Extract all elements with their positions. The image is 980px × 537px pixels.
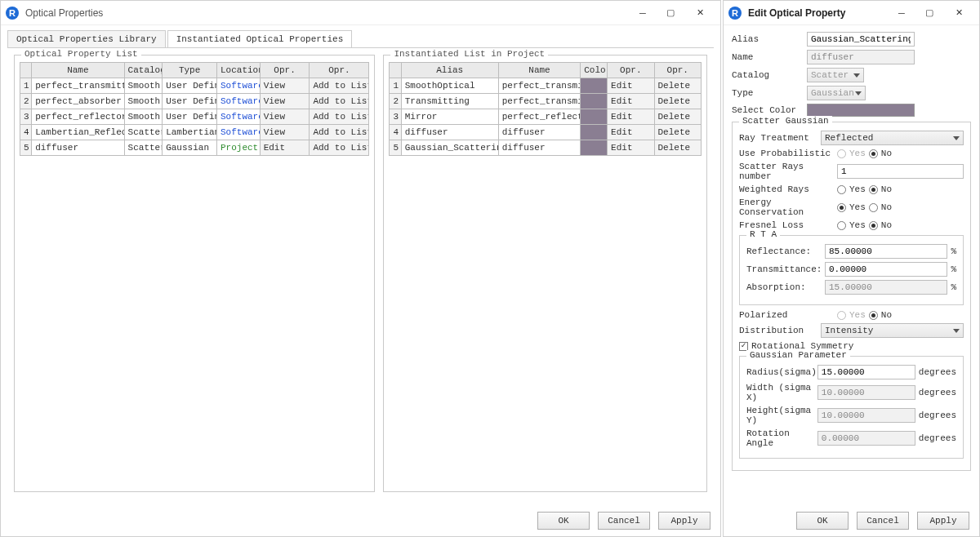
cell-color[interactable] bbox=[581, 140, 608, 156]
polarized-no-radio[interactable] bbox=[869, 311, 878, 320]
view-button[interactable]: View bbox=[260, 78, 310, 94]
add-to-list-button[interactable]: Add to List bbox=[310, 78, 369, 94]
tab-instantiated[interactable]: Instantiated Optical Properties bbox=[167, 30, 353, 47]
energy-cons-no-radio[interactable] bbox=[869, 203, 878, 212]
apply-button-left[interactable]: Apply bbox=[658, 512, 710, 530]
view-button[interactable]: View bbox=[260, 94, 310, 109]
reflectance-input[interactable] bbox=[825, 244, 947, 259]
label-reflectance: Reflectance: bbox=[746, 246, 825, 256]
ok-button-left[interactable]: OK bbox=[537, 512, 590, 530]
close-button[interactable]: ✕ bbox=[684, 3, 715, 23]
cell-alias[interactable]: diffuser bbox=[401, 125, 498, 140]
label-absorption: Absorption: bbox=[746, 282, 825, 292]
edit-button[interactable]: Edit bbox=[608, 140, 654, 156]
col-name2[interactable]: Name bbox=[498, 63, 581, 78]
col-opr1[interactable]: Opr. bbox=[260, 63, 310, 78]
table-row[interactable]: 3Mirrorperfect_reflectorEditDelete bbox=[390, 109, 702, 125]
table-row[interactable]: 1SmoothOpticalperfect_transmitterEditDel… bbox=[390, 78, 702, 94]
edit-button[interactable]: Edit bbox=[608, 125, 654, 140]
cell-color[interactable] bbox=[581, 125, 608, 140]
col-type[interactable]: Type bbox=[163, 63, 217, 78]
row-number: 1 bbox=[390, 78, 401, 94]
transmittance-input[interactable] bbox=[825, 262, 947, 277]
maximize-button-right[interactable]: ▢ bbox=[915, 3, 943, 23]
color-swatch[interactable] bbox=[807, 104, 915, 117]
gaussian-parameter-group: Gaussian Parameter Radius(sigma)degrees … bbox=[739, 356, 964, 459]
cell-catalog: Scatter bbox=[124, 140, 163, 156]
energy-cons-yes-radio[interactable] bbox=[837, 203, 846, 212]
cell-color[interactable] bbox=[581, 94, 608, 109]
edit-button[interactable]: Edit bbox=[608, 78, 654, 94]
col-catalog[interactable]: Catalog bbox=[124, 63, 163, 78]
table-row[interactable]: 2perfect_absorberSmoothUser DefinedSoftw… bbox=[20, 94, 369, 109]
col-opr2[interactable]: Opr. bbox=[310, 63, 369, 78]
tab-library[interactable]: Optical Properties Library bbox=[7, 30, 166, 47]
delete-button[interactable]: Delete bbox=[654, 94, 701, 109]
delete-button[interactable]: Delete bbox=[654, 109, 701, 125]
titlebar-left: R Optical Properties ─ ▢ ✕ bbox=[1, 1, 720, 25]
weighted-rays-yes-radio[interactable] bbox=[837, 185, 846, 194]
delete-button[interactable]: Delete bbox=[654, 78, 701, 94]
add-to-list-button[interactable]: Add to List bbox=[310, 140, 369, 156]
table-row[interactable]: 1perfect_transmitterSmoothUser DefinedSo… bbox=[20, 78, 369, 94]
col-opr2b[interactable]: Opr. bbox=[654, 63, 701, 78]
cell-color[interactable] bbox=[581, 78, 608, 94]
col-location[interactable]: Location bbox=[217, 63, 261, 78]
add-to-list-button[interactable]: Add to List bbox=[310, 125, 369, 140]
edit-button[interactable]: Edit bbox=[608, 94, 654, 109]
col-name[interactable]: Name bbox=[32, 63, 124, 78]
delete-button[interactable]: Delete bbox=[654, 140, 701, 156]
fresnel-loss-yes-radio[interactable] bbox=[837, 221, 846, 230]
minimize-button-right[interactable]: ─ bbox=[888, 3, 915, 23]
table-row[interactable]: 4Lambertian_ReflectorScatterLambertianSo… bbox=[20, 125, 369, 140]
col-color[interactable]: Color bbox=[581, 63, 608, 78]
minimize-button[interactable]: ─ bbox=[629, 3, 657, 23]
cell-alias[interactable]: Transmitting bbox=[401, 94, 498, 109]
instance-legend: Instantiated List in Project bbox=[390, 49, 548, 59]
cell-name[interactable]: diffuser bbox=[32, 140, 124, 156]
cell-alias[interactable]: Mirror bbox=[401, 109, 498, 125]
ok-button-right[interactable]: OK bbox=[796, 512, 849, 530]
label-transmittance: Transmittance: bbox=[746, 264, 825, 274]
view-button[interactable]: Edit bbox=[260, 140, 310, 156]
fresnel-loss-no-radio[interactable] bbox=[869, 221, 878, 230]
alias-input[interactable] bbox=[807, 32, 915, 47]
cell-alias[interactable]: Gaussian_Scattering bbox=[401, 140, 498, 156]
tab-bar: Optical Properties Library Instantiated … bbox=[1, 25, 720, 47]
add-to-list-button[interactable]: Add to List bbox=[310, 109, 369, 125]
row-number: 5 bbox=[390, 140, 401, 156]
add-to-list-button[interactable]: Add to List bbox=[310, 94, 369, 109]
cell-type: User Defined bbox=[163, 109, 217, 125]
delete-button[interactable]: Delete bbox=[654, 125, 701, 140]
table-row[interactable]: 5diffuserScatterGaussianProjectEditAdd t… bbox=[20, 140, 369, 156]
cell-name[interactable]: perfect_reflector bbox=[32, 109, 124, 125]
apply-button-right[interactable]: Apply bbox=[917, 512, 969, 530]
close-button-right[interactable]: ✕ bbox=[943, 3, 974, 23]
ray-treatment-select[interactable]: Reflected bbox=[821, 131, 964, 145]
table-row[interactable]: 4diffuserdiffuserEditDelete bbox=[390, 125, 702, 140]
table-row[interactable]: 3perfect_reflectorSmoothUser DefinedSoft… bbox=[20, 109, 369, 125]
rotational-symmetry-checkbox[interactable] bbox=[739, 342, 748, 351]
use-prob-no-radio[interactable] bbox=[869, 149, 878, 158]
cell-name[interactable]: Lambertian_Reflector bbox=[32, 125, 124, 140]
view-button[interactable]: View bbox=[260, 109, 310, 125]
col-opr1b[interactable]: Opr. bbox=[608, 63, 654, 78]
label-radius: Radius(sigma) bbox=[746, 367, 817, 377]
col-alias[interactable]: Alias bbox=[401, 63, 498, 78]
cancel-button-right[interactable]: Cancel bbox=[857, 512, 909, 530]
scatter-rays-input[interactable] bbox=[837, 164, 964, 179]
edit-button[interactable]: Edit bbox=[608, 109, 654, 125]
weighted-rays-no-radio[interactable] bbox=[869, 185, 878, 194]
row-number: 1 bbox=[20, 78, 32, 94]
table-row[interactable]: 5Gaussian_ScatteringdiffuserEditDelete bbox=[390, 140, 702, 156]
table-row[interactable]: 2Transmittingperfect_transmitterEditDele… bbox=[390, 94, 702, 109]
cell-name[interactable]: perfect_absorber bbox=[32, 94, 124, 109]
cell-color[interactable] bbox=[581, 109, 608, 125]
cancel-button-left[interactable]: Cancel bbox=[598, 512, 650, 530]
view-button[interactable]: View bbox=[260, 125, 310, 140]
distribution-select[interactable]: Intensity bbox=[821, 323, 964, 338]
cell-alias[interactable]: SmoothOptical bbox=[401, 78, 498, 94]
cell-name[interactable]: perfect_transmitter bbox=[32, 78, 124, 94]
radius-input[interactable] bbox=[817, 365, 915, 379]
maximize-button[interactable]: ▢ bbox=[657, 3, 684, 23]
